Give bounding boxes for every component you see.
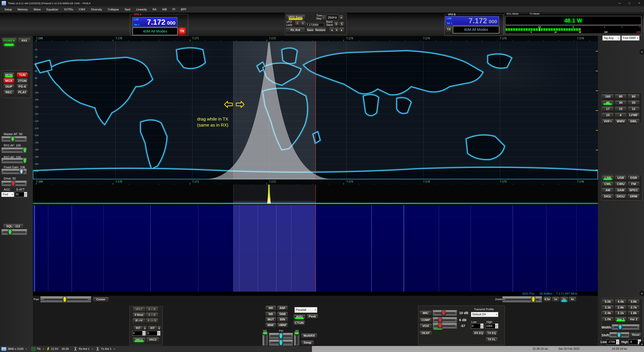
vac2-button[interactable]: VAC2 [146,337,159,342]
vfo-b-frequency-display[interactable]: LSB Var 1 7.172000 [445,16,499,25]
mode-am[interactable]: AM [602,188,614,193]
spinner-up-icon[interactable]: ▲ [616,340,619,342]
vfo-b-band-display[interactable]: 40M All Modes [453,26,499,33]
vox-slider[interactable] [433,323,457,329]
band-80[interactable]: 80 [615,94,627,99]
restore-button[interactable]: Restore [314,28,326,32]
filter-shift-slider[interactable] [609,332,630,338]
slider-thumb[interactable] [294,331,299,335]
pan-center-button[interactable]: Center [93,297,109,302]
band-wwv[interactable]: WWV [615,119,627,124]
spinner-up-icon[interactable]: ▲ [495,324,498,326]
rx2-pan-slider[interactable] [269,340,293,346]
split-ab[interactable]: A <> B [146,318,158,323]
display-mode-select[interactable]: Panafall▾ [294,307,317,313]
slider-thumb[interactable] [438,318,442,322]
slider-thumb[interactable] [62,297,67,302]
band-prev-button[interactable]: ◄ [329,27,334,33]
filter-var2[interactable]: Var 2 [628,317,640,322]
menu-item-wb[interactable]: WB [162,8,167,11]
slider-thumb[interactable] [8,230,12,235]
toggle-rec[interactable]: REC [3,90,14,95]
peak-button[interactable]: Peak [306,314,318,319]
vfo-a-band-display[interactable]: 40M All Modes [132,27,178,35]
tx-eq-button[interactable]: TX EQ [486,331,498,336]
dsp-mut[interactable]: MUT [265,317,276,322]
menu-item-pi[interactable]: PI [172,8,175,11]
toggle-2ton[interactable]: 2TON [17,78,28,84]
pan-slider[interactable] [40,296,91,302]
mode-spec[interactable]: SPEC [628,188,640,193]
menu-item-memory[interactable]: Memory [18,8,28,11]
tx-filter-button[interactable]: TX FL [486,337,498,342]
rx2-button[interactable]: RX2 [18,38,30,43]
squelch-button[interactable]: SQL: -112 [3,224,24,229]
af-slider-3[interactable] [1,169,27,174]
slider-thumb[interactable] [442,311,446,315]
mic-gain-slider[interactable] [433,310,457,316]
dsp-mnf[interactable]: MNF [265,323,276,328]
collapse-handle-top[interactable]: ◄ [639,49,644,55]
close-button[interactable]: × [634,0,644,6]
rx1-vol-slider[interactable] [262,332,268,346]
band-20[interactable]: 20 [628,100,640,105]
menu-item-ra[interactable]: RA [152,8,157,11]
mode-lsb[interactable]: LSB [602,175,614,180]
menu-item-collapse[interactable]: Collapse [108,8,119,11]
dsp-bin[interactable]: BIN [277,317,288,322]
menu-item-spot[interactable]: Spot [124,8,130,11]
mode-digu[interactable]: DIGU [615,194,627,199]
tune-step-minus-button[interactable]: - [322,15,326,20]
frequency-scale-bottom[interactable]: 7.1697.1707.1717.1727.1737.1747.1757.176 [33,179,598,185]
agc-mode-select[interactable]: Fixd▾ [1,192,14,197]
slider-thumb[interactable] [531,297,536,302]
tune-step-plus-button[interactable]: + [339,15,344,20]
menu-item-bpf[interactable]: BPF [181,8,186,11]
band-stack-b-button[interactable]: 5 [339,22,344,27]
comp-slider[interactable] [433,317,457,323]
split-ifv[interactable]: IF->V [132,318,146,323]
mic-button[interactable]: MIC [420,311,432,316]
slider-thumb[interactable] [279,333,283,339]
spinner-down-icon[interactable]: ▼ [480,326,483,328]
xit-spinner[interactable]: 0▲▼ [146,331,160,336]
menu-item-equalizer[interactable]: Equalizer [46,8,58,11]
rx1-pan-slider[interactable] [269,333,293,339]
split-0beat[interactable]: 0 Beat [132,313,146,318]
spinner-down-icon[interactable]: ▼ [24,194,27,197]
xit-zero-button[interactable]: 0 [157,326,161,331]
tx-low-spinner[interactable]: 0▲▼ [471,324,484,329]
zoom-slider[interactable] [502,296,542,302]
filter-24k[interactable]: 2.4k [602,311,614,316]
rx-ant-button[interactable]: Rx Ant [286,27,305,33]
filter-10k[interactable]: 1.0k [602,317,614,322]
menu-item-diversity[interactable]: Diversity [91,8,102,11]
vfo-sync-button[interactable]: VFO Sync [286,14,305,20]
zoom-4x[interactable]: 4x [568,297,576,302]
spinner-down-icon[interactable]: ▼ [495,326,498,328]
spinner-down-icon[interactable]: ▼ [142,333,146,336]
avg-button[interactable]: AVG [293,314,306,319]
toggle-psa[interactable]: PS-A [17,84,28,89]
satt-spinner-buttons[interactable]: ▲▼ [24,192,27,197]
mode-digl[interactable]: DIGL [602,194,614,199]
band-swl[interactable]: SWL [628,119,640,124]
mode-usb[interactable]: USB [615,175,627,180]
save-button[interactable]: Save [306,28,314,32]
toggle-dup[interactable]: DUP [3,84,14,89]
vac1-button[interactable]: VAC1 [132,337,146,342]
band-6[interactable]: 6 [615,113,627,117]
split-splt[interactable]: SPLT [132,307,146,312]
band-vhf[interactable]: VHF+ [602,119,614,124]
slider-thumb[interactable] [438,323,442,328]
toggle-mon[interactable]: MON [3,72,14,78]
rit-zero-button[interactable]: 0 [143,326,147,331]
split-ab[interactable]: A > B [146,307,158,312]
squelch-slider[interactable] [1,229,27,235]
status-tx-antenna[interactable]: Tx Ant 1▾ [96,346,115,352]
waterfall-display[interactable] [33,205,598,292]
mode-fm[interactable]: FM [628,182,640,186]
filter-shift-reset-button[interactable]: Reset [630,333,642,337]
af-slider-4[interactable] [1,181,27,186]
dsp-mnf[interactable]: +MNF [277,323,288,328]
